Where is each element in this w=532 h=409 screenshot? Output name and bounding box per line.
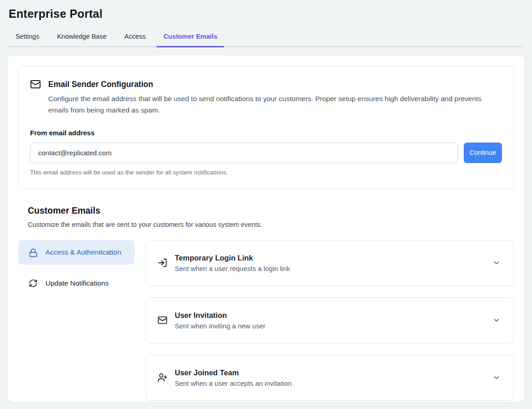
user-plus-icon	[157, 373, 167, 383]
refresh-icon	[29, 279, 38, 288]
customer-emails-subtitle: Customize the emails that are sent to yo…	[28, 221, 514, 228]
customer-emails-grid: Access & Authentication Update Notificat…	[18, 240, 514, 401]
mail-icon	[30, 79, 41, 90]
customer-emails-title: Customer Emails	[28, 205, 514, 216]
chevron-down-icon	[492, 259, 501, 267]
email-category-list: Access & Authentication Update Notificat…	[18, 240, 135, 296]
sender-card-title: Email Sender Configuration	[48, 80, 153, 89]
email-card-user-joined-team[interactable]: User Joined Team Sent when a user accept…	[146, 355, 514, 401]
category-update-notifications[interactable]: Update Notifications	[18, 271, 135, 296]
from-email-label: From email address	[30, 129, 502, 137]
email-card-subtitle: Sent when inviting a new user	[175, 322, 265, 330]
email-helper-text: This email address will be used as the s…	[30, 169, 502, 176]
login-icon	[157, 258, 167, 268]
tab-customer-emails[interactable]: Customer Emails	[157, 28, 224, 47]
email-card-user-invitation[interactable]: User Invitation Sent when inviting a new…	[146, 297, 514, 343]
email-card-subtitle: Sent when a user accepts an invitation	[175, 379, 292, 387]
page-title: Enterprise Portal	[9, 7, 523, 20]
tab-settings[interactable]: Settings	[9, 28, 46, 47]
tab-knowledge-base[interactable]: Knowledge Base	[50, 28, 113, 47]
category-access-authentication[interactable]: Access & Authentication	[18, 240, 135, 265]
lock-icon	[29, 248, 38, 257]
chevron-down-icon	[492, 373, 501, 382]
main-panel: Email Sender Configuration Configure the…	[8, 56, 524, 402]
chevron-down-icon	[492, 316, 501, 324]
email-template-list: Temporary Login Link Sent when a user re…	[146, 240, 514, 401]
page-header: Enterprise Portal Settings Knowledge Bas…	[0, 0, 532, 47]
tab-access[interactable]: Access	[117, 28, 152, 47]
email-sender-configuration-card: Email Sender Configuration Configure the…	[18, 66, 514, 189]
category-label: Update Notifications	[46, 278, 109, 289]
email-card-subtitle: Sent when a user requests a login link	[175, 265, 290, 272]
email-card-title: Temporary Login Link	[175, 254, 290, 262]
email-card-title: User Invitation	[175, 311, 265, 320]
tab-bar: Settings Knowledge Base Access Customer …	[9, 28, 523, 47]
category-label: Access & Authentication	[46, 247, 121, 258]
email-card-title: User Joined Team	[175, 368, 292, 377]
from-email-input[interactable]	[30, 143, 458, 163]
sender-card-description: Configure the email address that will be…	[48, 93, 497, 116]
email-card-temporary-login-link[interactable]: Temporary Login Link Sent when a user re…	[146, 240, 514, 286]
mail-icon	[157, 315, 167, 325]
continue-button[interactable]: Continue	[464, 143, 502, 163]
